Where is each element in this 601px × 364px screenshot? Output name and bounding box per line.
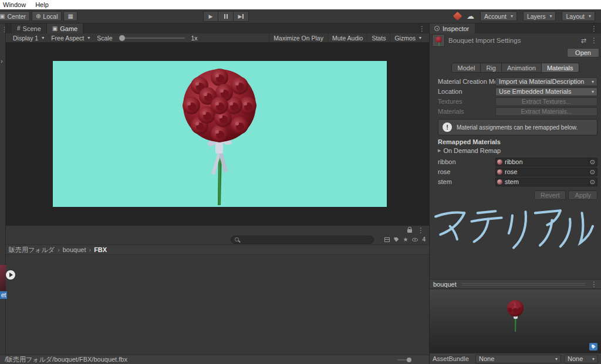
material-sphere-icon [497,169,502,175]
material-creation-mode-dropdown[interactable]: Import via MaterialDescription ▾ [495,77,597,86]
open-button[interactable]: Open [567,48,599,57]
search-by-label-icon[interactable] [394,237,399,242]
tab-rig[interactable]: Rig [481,63,502,73]
play-icon: ▶ [209,13,213,19]
lock-icon[interactable] [407,229,412,233]
asset-play-overlay-icon[interactable] [6,270,15,280]
game-view-toolbar: Display 1 ▾ Free Aspect ▾ Scale 1x Maxim… [6,33,429,43]
breadcrumb-separator: › [58,246,60,253]
breadcrumb-bouquet[interactable]: bouquet [63,246,86,253]
tab-model[interactable]: Model [451,63,481,73]
chevron-down-icon: ▾ [590,356,595,362]
aspect-dropdown[interactable]: Free Aspect ▾ [48,33,93,43]
project-content-area[interactable] [6,255,429,355]
remap-stem-field[interactable]: stem ⊙ [495,178,597,186]
tab-materials[interactable]: Materials [542,63,579,73]
pivot-center-label: Center [7,13,26,20]
foldout-arrow-icon: ▶ [438,148,441,153]
remap-rose-field[interactable]: rose ⊙ [495,168,597,176]
kebab-icon[interactable]: ⋮ [590,25,597,33]
asset-preview-area[interactable] [430,290,601,353]
info-text: Material assignments can be remapped bel… [457,124,578,131]
object-picker-icon[interactable]: ⊙ [589,179,596,185]
location-label: Location [438,88,495,95]
pivot-center-button[interactable]: ▣ Center [0,11,30,21]
assetbundle-variant-dropdown[interactable]: None ▾ [564,355,598,363]
apply-button[interactable]: Apply [568,190,597,200]
layers-dropdown[interactable]: Layers ▾ [523,11,556,21]
scale-slider[interactable] [119,38,185,39]
on-demand-remap-foldout[interactable]: ▶ On Demand Remap [438,147,597,154]
remap-ribbon-field[interactable]: ribbon ⊙ [495,158,597,166]
assetbundle-label: AssetBundle [433,355,472,362]
playmode-controls: ▶ ▶ [203,11,249,22]
game-render-area [53,61,387,207]
menu-window[interactable]: Window [3,1,26,8]
pause-button[interactable] [218,11,234,22]
kebab-icon[interactable]: ⋮ [418,25,426,33]
materials-label: Materials [438,108,495,115]
kebab-icon[interactable]: ⋮ [590,37,597,44]
chevron-right-icon[interactable]: › [1,57,3,64]
account-dropdown[interactable]: Account ▾ [480,11,517,21]
revert-button[interactable]: Revert [534,190,566,200]
material-sphere-icon [497,179,502,185]
location-dropdown[interactable]: Use Embedded Materials ▾ [495,87,597,96]
kebab-icon[interactable]: ⋮ [590,281,597,288]
kebab-icon[interactable]: ⋮ [417,227,424,234]
gizmos-dropdown[interactable]: Gizmos ▾ [390,33,426,43]
search-field[interactable] [231,236,374,244]
inspector-panel: Inspector ⋮ Bouquet Import Settings ⇄ ⋮ … [429,23,601,364]
cloud-icon[interactable]: ☁ [467,12,474,20]
display-dropdown[interactable]: Display 1 ▾ [9,33,48,43]
scale-label: Scale [97,35,112,42]
remap-row: rose rose ⊙ [438,167,597,176]
textures-label: Textures [438,98,495,105]
layout-dropdown[interactable]: Layout ▾ [562,11,595,21]
remap-stem-label: stem [438,178,495,185]
transform-tools: ▣ Center ⊕ Local ▦ [0,11,77,21]
orientation-local-button[interactable]: ⊕ Local [32,11,62,21]
presets-icon[interactable]: ⇄ [581,37,586,45]
remap-rose-label: rose [438,168,495,175]
tab-animation[interactable]: Animation [502,63,542,73]
breadcrumb-folder[interactable]: 販売用フォルダ [9,246,55,254]
thumbnail-zoom-slider[interactable] [397,359,410,360]
search-by-type-icon[interactable] [384,237,390,242]
tab-scene[interactable]: # Scene [12,23,47,33]
menu-bar: Window Help [0,0,601,9]
assetbundle-bar: AssetBundle None ▾ None ▾ [430,353,601,364]
hidden-items-eye-icon[interactable] [412,238,418,241]
preview-header[interactable]: bouquet ⋮ [430,279,601,289]
object-picker-icon[interactable]: ⊙ [589,169,596,175]
snap-settings-button[interactable]: ▦ [63,11,77,21]
extract-materials-button[interactable]: Extract Materials... [495,107,597,116]
preview-drag-handle[interactable] [462,283,585,285]
breadcrumb-fbx[interactable]: FBX [94,246,107,253]
object-picker-icon[interactable]: ⊙ [589,159,596,165]
chevron-down-icon: ▾ [42,35,44,40]
chevron-down-icon: ▾ [553,356,558,362]
play-button[interactable]: ▶ [203,11,218,22]
scale-slider-knob[interactable] [119,35,125,41]
assetbundle-name-dropdown[interactable]: None ▾ [475,355,561,363]
tab-inspector[interactable]: Inspector [430,23,475,33]
step-button[interactable]: ▶ [234,11,249,22]
globe-icon: ⊕ [36,13,40,19]
pause-icon [224,14,225,19]
stats-toggle[interactable]: Stats [367,33,390,43]
asset-thumbnail-fragment[interactable] [0,265,6,291]
remap-row: stem stem ⊙ [438,177,597,186]
grid-icon: ▦ [67,13,73,19]
favorites-star-icon[interactable]: ★ [403,237,408,243]
search-input[interactable] [242,237,370,243]
maximize-on-play-toggle[interactable]: Maximize On Play [269,33,327,43]
extract-textures-button[interactable]: Extract Textures... [495,97,597,106]
menu-help[interactable]: Help [35,1,49,8]
step-icon: ▶ [238,13,242,19]
version-control-icon[interactable] [453,12,462,21]
asset-labels-icon[interactable] [589,343,597,351]
mute-audio-toggle[interactable]: Mute Audio [327,33,367,43]
selected-asset-label[interactable]: et [0,291,7,299]
tab-game[interactable]: ▣ Game [47,23,83,33]
